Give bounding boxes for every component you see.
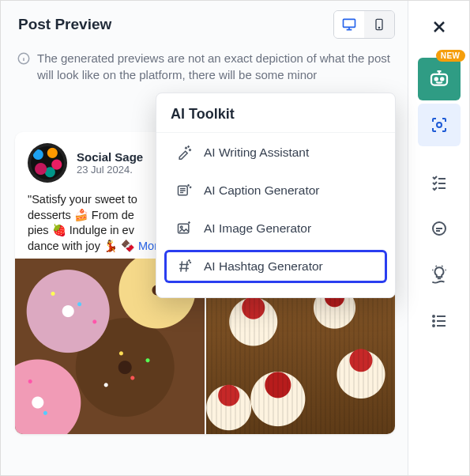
lightbulb-hand-icon: [429, 265, 449, 285]
svg-point-2: [378, 27, 379, 28]
post-text-line: pies 🍓 Indulge in ev: [28, 224, 134, 236]
focus-icon: [430, 115, 449, 134]
tool-label: AI Writing Assistant: [204, 145, 309, 160]
svg-point-13: [433, 320, 434, 322]
ai-caption-generator-item[interactable]: AI Caption Generator: [161, 172, 390, 209]
svg-point-6: [180, 226, 182, 229]
wand-icon: [175, 144, 193, 161]
page-title: Post Preview: [18, 16, 333, 33]
image-icon: [175, 220, 193, 237]
close-icon: [430, 17, 449, 36]
svg-point-14: [433, 325, 434, 327]
caption-icon: [175, 182, 193, 199]
comment-button[interactable]: [418, 208, 461, 251]
header: Post Preview: [1, 1, 408, 48]
info-notice: The generated previews are not an exact …: [1, 48, 408, 89]
checklist-icon: [430, 174, 449, 193]
new-badge: NEW: [436, 50, 465, 62]
post-date: 23 Jul 2024.: [77, 164, 143, 176]
mobile-view-button[interactable]: [364, 11, 394, 38]
device-toggle: [333, 10, 395, 39]
bot-icon: [427, 67, 451, 91]
avatar: [28, 143, 67, 183]
ai-image-generator-item[interactable]: AI Image Generator: [161, 210, 390, 247]
side-rail: NEW: [408, 1, 469, 475]
post-text-line: desserts 🍰 From de: [28, 209, 134, 221]
info-icon: [17, 51, 31, 83]
svg-point-12: [433, 315, 434, 317]
popover-title: AI Toolkit: [156, 103, 395, 133]
close-button[interactable]: [418, 6, 461, 48]
list-button[interactable]: [418, 300, 461, 342]
focus-button[interactable]: [418, 104, 461, 146]
hashtag-icon: [175, 258, 193, 275]
ai-writing-assistant-item[interactable]: AI Writing Assistant: [161, 134, 390, 171]
post-text-line: "Satisfy your sweet to: [28, 193, 137, 206]
ai-toolkit-popover: AI Toolkit AI Writing Assistant AI Capti…: [156, 93, 396, 298]
mobile-icon: [373, 17, 385, 32]
desktop-view-button[interactable]: [334, 11, 364, 38]
svg-point-10: [437, 123, 442, 127]
svg-point-9: [441, 77, 443, 80]
list-icon: [430, 312, 449, 331]
tool-label: AI Caption Generator: [204, 183, 319, 198]
post-text-line: dance with joy 💃 🍫: [28, 240, 135, 252]
desktop-icon: [341, 17, 357, 32]
idea-button[interactable]: [418, 254, 461, 297]
comment-icon: [430, 220, 449, 239]
tool-label: AI Image Generator: [204, 221, 311, 236]
ai-bot-button[interactable]: NEW: [418, 58, 461, 100]
svg-point-8: [434, 77, 437, 80]
ai-hashtag-generator-item[interactable]: AI Hashtag Generator: [164, 250, 387, 283]
info-text: The generated previews are not an exact …: [37, 50, 392, 83]
svg-rect-0: [344, 19, 355, 27]
tool-label: AI Hashtag Generator: [204, 259, 323, 274]
checklist-button[interactable]: [418, 162, 461, 205]
post-author: Social Sage: [77, 150, 143, 164]
